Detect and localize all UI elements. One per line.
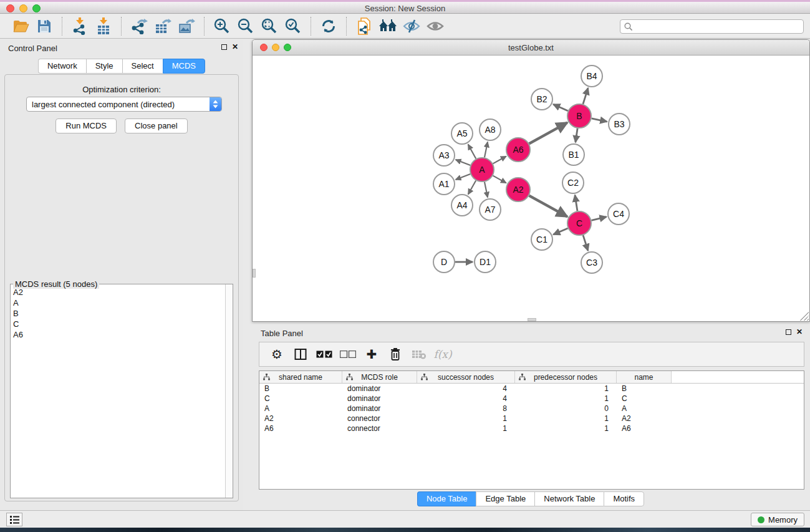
table-cell[interactable]: C <box>259 394 342 404</box>
graph-node-C1[interactable]: C1 <box>531 229 552 250</box>
refresh-view-icon[interactable] <box>317 16 340 36</box>
export-image-icon[interactable] <box>175 16 198 36</box>
graph-node-B2[interactable]: B2 <box>531 89 552 110</box>
tab-motifs[interactable]: Motifs <box>604 491 644 506</box>
tab-node-table[interactable]: Node Table <box>417 491 476 506</box>
table-cell[interactable]: dominator <box>342 394 417 404</box>
show-columns-icon[interactable] <box>289 344 312 365</box>
deselect-all-columns-icon[interactable] <box>337 344 359 365</box>
table-row[interactable]: A2connector11A2 <box>259 414 804 423</box>
graph-edge-B-B2[interactable] <box>553 104 568 111</box>
create-column-plus-icon[interactable]: ✚ <box>360 344 383 365</box>
graph-node-B[interactable]: B <box>567 104 591 128</box>
memory-button[interactable]: Memory <box>751 513 804 526</box>
table-row[interactable]: Cdominator41C <box>259 394 804 404</box>
column-header-name[interactable]: name <box>617 371 672 383</box>
graph-edge-B-B3[interactable] <box>592 118 607 122</box>
result-item[interactable]: B <box>11 308 225 319</box>
tab-select[interactable]: Select <box>122 59 163 74</box>
zoom-in-icon[interactable] <box>210 16 234 36</box>
table-cell[interactable]: 1 <box>515 423 617 433</box>
table-cell[interactable]: 1 <box>515 394 617 404</box>
graph-edge-C-C1[interactable] <box>553 228 567 235</box>
tab-edge-table[interactable]: Edge Table <box>476 491 534 506</box>
vertical-scroll-thumb[interactable] <box>253 269 256 278</box>
graph-edge-B-B1[interactable] <box>576 128 577 142</box>
table-cell[interactable]: A6 <box>617 423 672 433</box>
graph-edge-A-A5[interactable] <box>468 145 476 159</box>
table-cell[interactable]: A2 <box>617 414 672 423</box>
table-cell[interactable]: 1 <box>515 414 617 423</box>
import-table-icon[interactable] <box>92 16 115 36</box>
column-header-predecessor-nodes[interactable]: predecessor nodes <box>515 371 617 383</box>
open-session-icon[interactable] <box>9 16 32 36</box>
graph-node-A5[interactable]: A5 <box>451 123 473 144</box>
graph-edge-A6-B[interactable] <box>529 123 567 144</box>
table-cell[interactable]: connector <box>342 423 417 433</box>
table-cell[interactable]: dominator <box>342 384 417 394</box>
tab-network[interactable]: Network <box>38 59 86 74</box>
table-cell[interactable]: connector <box>342 414 417 423</box>
close-panel-icon[interactable]: ✕ <box>232 44 238 51</box>
table-cell[interactable]: C <box>617 394 672 404</box>
graph-edge-A-A4[interactable] <box>468 180 476 194</box>
graph-node-A2[interactable]: A2 <box>506 178 530 201</box>
graph-edge-A-A8[interactable] <box>485 142 488 158</box>
graph-edge-C-C3[interactable] <box>583 235 588 251</box>
export-table-icon[interactable] <box>151 16 175 36</box>
graph-node-A8[interactable]: A8 <box>480 119 501 140</box>
zoom-selected-icon[interactable] <box>281 16 305 36</box>
table-row[interactable]: A6connector11A6 <box>259 423 804 433</box>
graph-node-C[interactable]: C <box>567 211 591 235</box>
graph-node-A3[interactable]: A3 <box>433 145 455 166</box>
delete-column-trash-icon[interactable] <box>384 344 407 365</box>
network-file-icon[interactable] <box>352 16 376 36</box>
graph-node-A[interactable]: A <box>470 158 494 181</box>
table-cell[interactable]: 1 <box>515 384 617 394</box>
horizontal-scroll-thumb[interactable] <box>528 318 536 321</box>
table-cell[interactable]: 4 <box>417 384 515 394</box>
graph-node-C3[interactable]: C3 <box>581 252 602 273</box>
graph-node-C2[interactable]: C2 <box>562 172 584 193</box>
tab-network-table[interactable]: Network Table <box>534 491 604 506</box>
graph-edge-A-A2[interactable] <box>493 176 506 183</box>
export-network-icon[interactable] <box>127 16 151 36</box>
run-mcds-button[interactable]: Run MCDS <box>55 118 117 133</box>
graph-node-A7[interactable]: A7 <box>480 199 501 220</box>
graph-edge-B-B4[interactable] <box>583 88 588 104</box>
table-cell[interactable]: 1 <box>417 423 515 433</box>
graph-node-A4[interactable]: A4 <box>451 195 473 216</box>
column-header-shared-name[interactable]: shared name <box>259 371 342 383</box>
graph-edge-A-A6[interactable] <box>493 157 506 164</box>
zoom-out-icon[interactable] <box>234 16 258 36</box>
graph-node-B1[interactable]: B1 <box>563 144 584 165</box>
graph-node-B4[interactable]: B4 <box>581 65 602 87</box>
close-panel-button[interactable]: Close panel <box>125 118 188 133</box>
show-graphics-eye-icon[interactable] <box>423 16 447 36</box>
home-view-icon[interactable] <box>376 16 400 36</box>
graph-edge-A-A3[interactable] <box>456 160 471 165</box>
network-window-titlebar[interactable]: testGlobe.txt <box>253 40 809 56</box>
table-cell[interactable]: dominator <box>342 404 417 414</box>
graph-node-A6[interactable]: A6 <box>506 138 530 162</box>
table-cell[interactable]: A2 <box>259 414 342 423</box>
graph-node-D1[interactable]: D1 <box>475 251 496 273</box>
table-cell[interactable]: B <box>617 384 672 394</box>
result-item[interactable]: C <box>11 319 225 329</box>
tab-mcds[interactable]: MCDS <box>163 59 205 74</box>
result-item[interactable]: A6 <box>11 329 225 340</box>
graph-node-A1[interactable]: A1 <box>433 173 455 195</box>
search-field[interactable] <box>620 19 804 34</box>
table-cell[interactable]: 8 <box>417 404 515 414</box>
table-settings-gear-icon[interactable]: ⚙ <box>266 344 288 365</box>
select-all-columns-icon[interactable] <box>313 344 335 365</box>
import-network-icon[interactable] <box>68 16 92 36</box>
close-table-panel-icon[interactable]: ✕ <box>796 329 803 336</box>
result-scrollbar[interactable] <box>225 284 233 498</box>
save-session-icon[interactable] <box>32 16 56 36</box>
graph-edge-A2-C[interactable] <box>529 196 567 217</box>
table-cell[interactable]: 4 <box>417 394 515 404</box>
graph-node-D[interactable]: D <box>433 251 455 273</box>
task-history-button[interactable] <box>6 513 22 526</box>
graph-node-C4[interactable]: C4 <box>608 203 629 225</box>
